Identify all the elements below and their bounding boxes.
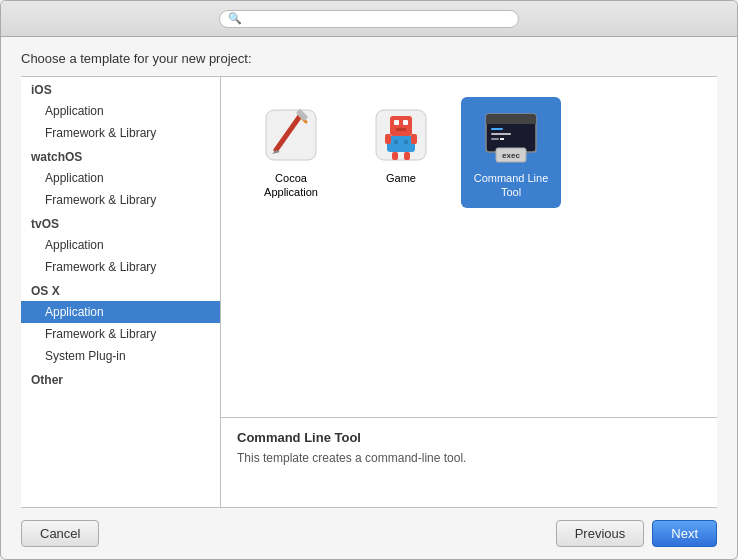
description-area: Command Line Tool This template creates … xyxy=(221,417,717,507)
sidebar-item-watchos-framework[interactable]: Framework & Library xyxy=(21,189,220,211)
cancel-button[interactable]: Cancel xyxy=(21,520,99,547)
sidebar-item-tvos-application[interactable]: Application xyxy=(21,234,220,256)
svg-rect-10 xyxy=(387,136,415,152)
sidebar-item-osx-plugin[interactable]: System Plug-in xyxy=(21,345,220,367)
svg-rect-12 xyxy=(404,140,408,144)
sidebar-group-watchos: watchOS xyxy=(21,144,220,167)
svg-rect-22 xyxy=(491,128,503,130)
svg-rect-16 xyxy=(404,152,410,160)
sidebar-item-ios-framework[interactable]: Framework & Library xyxy=(21,122,220,144)
navigation-buttons: Previous Next xyxy=(556,520,717,547)
svg-rect-11 xyxy=(394,140,398,144)
dialog-footer: Cancel Previous Next xyxy=(1,508,737,559)
sidebar-item-osx-framework[interactable]: Framework & Library xyxy=(21,323,220,345)
template-command-line-tool[interactable]: exec Command Line Tool xyxy=(461,97,561,208)
window: 🔍 Choose a template for your new project… xyxy=(0,0,738,560)
cocoa-application-label: Cocoa Application xyxy=(249,171,333,200)
template-cocoa-application[interactable]: Cocoa Application xyxy=(241,97,341,208)
sidebar-item-ios-application[interactable]: Application xyxy=(21,100,220,122)
svg-rect-25 xyxy=(500,138,504,140)
description-title: Command Line Tool xyxy=(237,430,701,445)
dialog-body: iOS Application Framework & Library watc… xyxy=(21,76,717,508)
titlebar: 🔍 xyxy=(1,1,737,37)
game-icon xyxy=(371,105,431,165)
svg-rect-8 xyxy=(403,120,408,125)
sidebar-group-osx: OS X xyxy=(21,278,220,301)
sidebar-group-other: Other xyxy=(21,367,220,390)
dialog-prompt: Choose a template for your new project: xyxy=(21,51,252,66)
cocoa-icon xyxy=(261,105,321,165)
command-line-icon: exec xyxy=(481,105,541,165)
dialog-content: Choose a template for your new project: … xyxy=(1,37,737,559)
sidebar-group-ios: iOS xyxy=(21,77,220,100)
svg-rect-19 xyxy=(486,119,536,124)
command-line-tool-label: Command Line Tool xyxy=(469,171,553,200)
svg-rect-9 xyxy=(396,128,406,131)
sidebar-item-tvos-framework[interactable]: Framework & Library xyxy=(21,256,220,278)
template-game[interactable]: Game xyxy=(351,97,451,208)
template-grid: Cocoa Application xyxy=(221,77,717,417)
previous-button[interactable]: Previous xyxy=(556,520,645,547)
game-label: Game xyxy=(386,171,416,185)
dialog-header: Choose a template for your new project: xyxy=(1,37,737,76)
sidebar-group-tvos: tvOS xyxy=(21,211,220,234)
svg-rect-24 xyxy=(491,138,499,140)
main-area: Cocoa Application xyxy=(221,77,717,507)
svg-rect-14 xyxy=(411,134,417,144)
sidebar: iOS Application Framework & Library watc… xyxy=(21,77,221,507)
svg-rect-15 xyxy=(392,152,398,160)
svg-rect-6 xyxy=(390,116,412,136)
svg-rect-13 xyxy=(385,134,391,144)
svg-text:exec: exec xyxy=(502,151,520,160)
svg-rect-7 xyxy=(394,120,399,125)
sidebar-item-watchos-application[interactable]: Application xyxy=(21,167,220,189)
next-button[interactable]: Next xyxy=(652,520,717,547)
svg-rect-23 xyxy=(491,133,511,135)
sidebar-item-osx-application[interactable]: Application xyxy=(21,301,220,323)
description-text: This template creates a command-line too… xyxy=(237,451,701,465)
search-bar[interactable]: 🔍 xyxy=(219,10,519,28)
